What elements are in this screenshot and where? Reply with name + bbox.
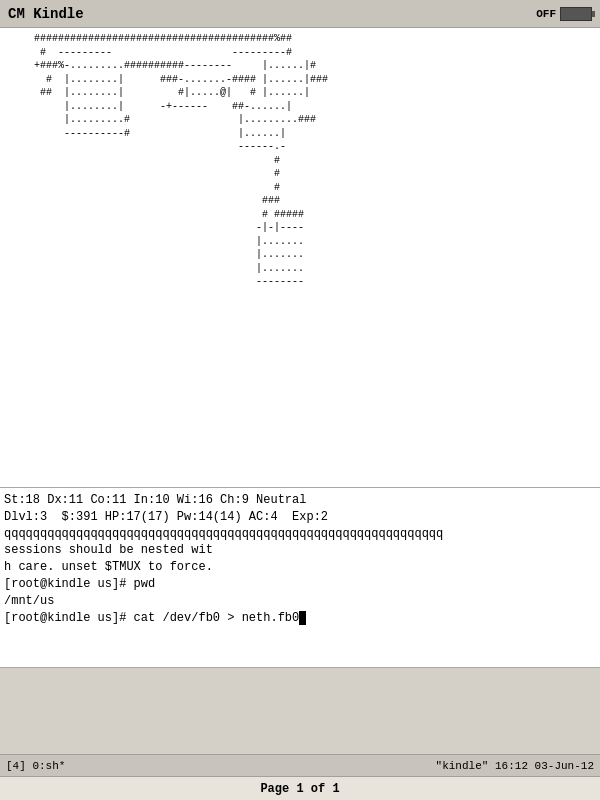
battery-icon [560,7,592,21]
terminal-line-5: h care. unset $TMUX to force. [4,560,213,574]
terminal-area[interactable]: St:18 Dx:11 Co:11 In:10 Wi:16 Ch:9 Neutr… [0,488,600,668]
terminal-cursor [299,611,306,625]
page-bar: Page 1 of 1 [0,776,600,800]
terminal-line-1: St:18 Dx:11 Co:11 In:10 Wi:16 Ch:9 Neutr… [4,493,306,507]
main-content: ########################################… [0,28,600,488]
terminal-line-8: [root@kindle us]# cat /dev/fb0 > neth.fb… [4,611,299,625]
terminal-line-2: Dlvl:3 $:391 HP:17(17) Pw:14(14) AC:4 Ex… [4,510,328,524]
battery-area: OFF [536,7,592,21]
terminal-line-3: qqqqqqqqqqqqqqqqqqqqqqqqqqqqqqqqqqqqqqqq… [4,527,443,541]
status-bar: [4] 0:sh* "kindle" 16:12 03-Jun-12 [0,754,600,776]
terminal-line-7: /mnt/us [4,594,54,608]
off-label: OFF [536,8,556,20]
ascii-art: ########################################… [4,32,598,289]
title-bar: CM Kindle OFF [0,0,600,28]
status-right: "kindle" 16:12 03-Jun-12 [436,760,594,772]
page-label: Page 1 of 1 [260,782,339,796]
terminal-line-6: [root@kindle us]# pwd [4,577,155,591]
app-title: CM Kindle [8,6,84,22]
status-left: [4] 0:sh* [6,760,65,772]
terminal-line-4: sessions should be nested wit [4,543,213,557]
